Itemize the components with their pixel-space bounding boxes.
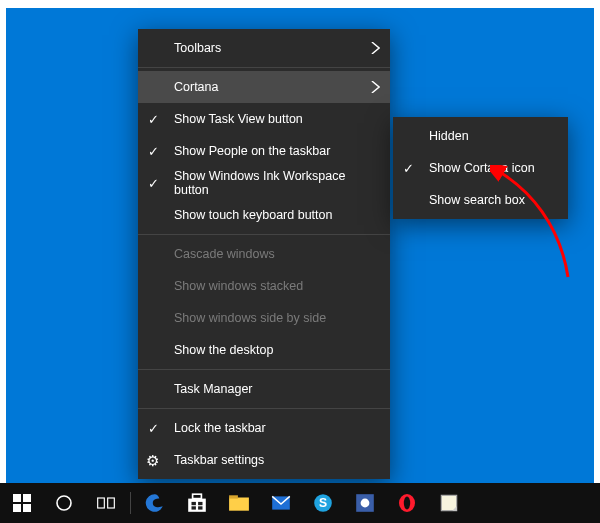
svg-rect-8	[193, 494, 202, 498]
svg-rect-3	[23, 504, 31, 512]
svg-point-21	[404, 497, 410, 510]
menu-item-cascade-windows: Cascade windows	[138, 238, 390, 270]
menu-item-label: Show the desktop	[174, 343, 273, 357]
menu-item-label: Taskbar settings	[174, 453, 264, 467]
svg-rect-13	[229, 498, 249, 511]
submenu-arrow-icon	[371, 81, 380, 93]
checkmark-icon: ✓	[403, 162, 414, 175]
menu-item-show-task-view[interactable]: ✓ Show Task View button	[138, 103, 390, 135]
menu-item-label: Show People on the taskbar	[174, 144, 330, 158]
submenu-item-hidden[interactable]: Hidden	[393, 120, 568, 152]
menu-item-show-people[interactable]: ✓ Show People on the taskbar	[138, 135, 390, 167]
gear-icon: ⚙	[146, 453, 159, 468]
menu-item-show-desktop[interactable]: Show the desktop	[138, 334, 390, 366]
svg-text:S: S	[319, 496, 327, 510]
menu-item-toolbars[interactable]: Toolbars	[138, 32, 390, 64]
menu-item-label: Show search box	[429, 193, 525, 207]
menu-item-label: Show Task View button	[174, 112, 303, 126]
skype-app-icon[interactable]: S	[303, 483, 343, 523]
menu-item-label: Show Cortana icon	[429, 161, 535, 175]
svg-rect-14	[229, 495, 238, 498]
svg-rect-9	[192, 502, 196, 505]
menu-item-label: Lock the taskbar	[174, 421, 266, 435]
svg-point-4	[57, 496, 71, 510]
cortana-button[interactable]	[44, 483, 84, 523]
svg-rect-10	[198, 502, 202, 505]
menu-item-show-ink-workspace[interactable]: ✓ Show Windows Ink Workspace button	[138, 167, 390, 199]
start-button[interactable]	[2, 483, 42, 523]
app-icon[interactable]	[345, 483, 385, 523]
svg-rect-12	[198, 506, 202, 509]
svg-rect-1	[23, 494, 31, 502]
edge-app-icon[interactable]	[135, 483, 175, 523]
taskbar: S	[0, 483, 600, 523]
opera-app-icon[interactable]	[387, 483, 427, 523]
menu-separator	[138, 67, 390, 68]
store-app-icon[interactable]	[177, 483, 217, 523]
desktop: Toolbars Cortana ✓ Show Task View button…	[0, 0, 600, 523]
svg-rect-6	[108, 498, 115, 508]
menu-item-label: Toolbars	[174, 41, 221, 55]
menu-item-label: Cortana	[174, 80, 218, 94]
svg-rect-2	[13, 504, 21, 512]
taskbar-context-menu: Toolbars Cortana ✓ Show Task View button…	[138, 29, 390, 479]
svg-point-19	[361, 499, 370, 508]
menu-separator	[138, 408, 390, 409]
menu-item-show-stacked: Show windows stacked	[138, 270, 390, 302]
checkmark-icon: ✓	[148, 177, 159, 190]
svg-rect-0	[13, 494, 21, 502]
taskbar-separator	[130, 492, 131, 514]
task-view-button[interactable]	[86, 483, 126, 523]
menu-item-label: Task Manager	[174, 382, 253, 396]
menu-item-label: Cascade windows	[174, 247, 275, 261]
menu-item-lock-taskbar[interactable]: ✓ Lock the taskbar	[138, 412, 390, 444]
menu-item-show-touch-keyboard[interactable]: Show touch keyboard button	[138, 199, 390, 231]
submenu-arrow-icon	[371, 42, 380, 54]
menu-item-cortana[interactable]: Cortana	[138, 71, 390, 103]
svg-rect-5	[98, 498, 105, 508]
cortana-submenu: Hidden ✓ Show Cortana icon Show search b…	[393, 117, 568, 219]
menu-separator	[138, 369, 390, 370]
menu-item-label: Hidden	[429, 129, 469, 143]
sticky-notes-app-icon[interactable]	[429, 483, 469, 523]
checkmark-icon: ✓	[148, 145, 159, 158]
menu-item-label: Show Windows Ink Workspace button	[174, 169, 366, 197]
svg-rect-11	[192, 506, 196, 509]
checkmark-icon: ✓	[148, 422, 159, 435]
menu-item-label: Show touch keyboard button	[174, 208, 332, 222]
menu-item-label: Show windows stacked	[174, 279, 303, 293]
menu-item-show-side-by-side: Show windows side by side	[138, 302, 390, 334]
menu-item-task-manager[interactable]: Task Manager	[138, 373, 390, 405]
svg-rect-7	[188, 499, 206, 512]
svg-rect-22	[441, 495, 456, 510]
mail-app-icon[interactable]	[261, 483, 301, 523]
menu-item-taskbar-settings[interactable]: ⚙ Taskbar settings	[138, 444, 390, 476]
menu-separator	[138, 234, 390, 235]
checkmark-icon: ✓	[148, 113, 159, 126]
submenu-item-show-search-box[interactable]: Show search box	[393, 184, 568, 216]
menu-item-label: Show windows side by side	[174, 311, 326, 325]
explorer-app-icon[interactable]	[219, 483, 259, 523]
submenu-item-show-cortana-icon[interactable]: ✓ Show Cortana icon	[393, 152, 568, 184]
